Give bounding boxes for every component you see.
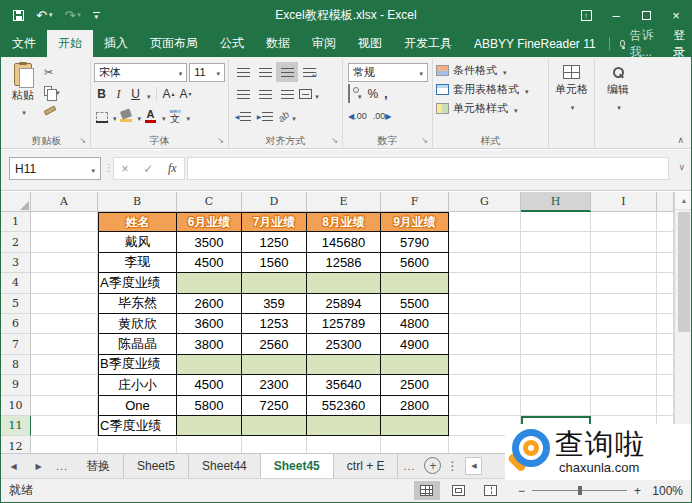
redo-button[interactable]: ↷▾ <box>64 8 80 23</box>
cell-C4[interactable] <box>177 273 242 293</box>
cell-A10[interactable] <box>31 396 98 416</box>
cell-E1[interactable]: 8月业绩 <box>307 212 381 232</box>
cell-F1[interactable]: 9月业绩 <box>381 212 449 232</box>
row-header-7[interactable]: 7 <box>1 334 31 354</box>
cell-B10[interactable]: One <box>98 396 177 416</box>
cell-E4[interactable] <box>307 273 381 293</box>
expand-formula-bar-button[interactable]: ∨ <box>678 162 685 172</box>
cell-I5[interactable] <box>591 294 657 314</box>
align-middle-button[interactable] <box>254 62 276 82</box>
accounting-format-button[interactable] <box>348 85 350 103</box>
grow-font-button[interactable]: A▲ <box>162 85 177 103</box>
font-size-combo[interactable]: 11 <box>189 63 225 82</box>
align-center-button[interactable] <box>254 84 276 104</box>
sheet-more-button[interactable]: ⋮ <box>445 454 459 478</box>
row-header-10[interactable]: 10 <box>1 396 31 416</box>
cell-E3[interactable]: 12586 <box>307 253 381 273</box>
cell-G8[interactable] <box>449 355 521 375</box>
cell-E9[interactable]: 35640 <box>307 375 381 395</box>
align-bottom-button[interactable] <box>276 62 298 82</box>
cell-partial9[interactable] <box>657 375 674 395</box>
column-header-partial[interactable] <box>657 192 674 212</box>
cell-E7[interactable]: 25300 <box>307 334 381 354</box>
sheet-tab-sheet45[interactable]: Sheet45 <box>261 454 334 478</box>
cell-E10[interactable]: 552360 <box>307 396 381 416</box>
cell-B12[interactable] <box>98 436 177 453</box>
cell-B2[interactable]: 戴风 <box>98 232 177 252</box>
column-header-E[interactable]: E <box>307 192 381 212</box>
cell-D12[interactable] <box>242 436 307 453</box>
sheet-tab-sheet5[interactable]: Sheet5 <box>124 454 189 478</box>
tab-view[interactable]: 视图 <box>347 30 393 57</box>
cell-B6[interactable]: 黄欣欣 <box>98 314 177 334</box>
cell-H10[interactable] <box>521 396 591 416</box>
cell-D3[interactable]: 1560 <box>242 253 307 273</box>
cell-H3[interactable] <box>521 253 591 273</box>
font-name-combo[interactable]: 宋体 <box>94 63 187 82</box>
cut-button[interactable]: ✂ <box>44 64 60 80</box>
view-page-break-button[interactable] <box>478 481 504 500</box>
insert-function-button[interactable]: fx <box>168 161 177 176</box>
shrink-font-button[interactable]: A▼ <box>179 85 194 103</box>
cell-A2[interactable] <box>31 232 98 252</box>
cell-D7[interactable]: 2560 <box>242 334 307 354</box>
borders-button[interactable] <box>94 107 109 125</box>
minimize-button[interactable]: – <box>601 0 631 30</box>
column-header-H[interactable]: H <box>521 192 591 212</box>
cell-F2[interactable]: 5790 <box>381 232 449 252</box>
tab-formulas[interactable]: 公式 <box>209 30 255 57</box>
cell-F8[interactable] <box>381 355 449 375</box>
bold-button[interactable]: B <box>94 85 109 103</box>
column-header-F[interactable]: F <box>381 192 449 212</box>
cell-H4[interactable] <box>521 273 591 293</box>
cancel-button[interactable]: × <box>121 162 128 176</box>
cell-D9[interactable]: 2300 <box>242 375 307 395</box>
cell-H5[interactable] <box>521 294 591 314</box>
cell-F9[interactable]: 2500 <box>381 375 449 395</box>
cell-C7[interactable]: 3800 <box>177 334 242 354</box>
underline-button[interactable]: U <box>128 85 143 103</box>
cell-A9[interactable] <box>31 375 98 395</box>
cell-C9[interactable]: 4500 <box>177 375 242 395</box>
cell-F11[interactable] <box>381 416 449 436</box>
cell-C11[interactable] <box>177 416 242 436</box>
cell-A11[interactable] <box>31 416 98 436</box>
cell-B9[interactable]: 庄小小 <box>98 375 177 395</box>
cell-H9[interactable] <box>521 375 591 395</box>
sheet-tab-ctrl-e[interactable]: ctrl + E <box>334 454 399 478</box>
cells-button[interactable]: 单元格 <box>555 61 588 112</box>
column-header-I[interactable]: I <box>591 192 657 212</box>
cell-styles-button[interactable]: 单元格样式 <box>436 99 545 118</box>
row-header-4[interactable]: 4 <box>1 273 31 293</box>
increase-decimal-button[interactable]: ◀.00 <box>348 111 367 121</box>
tab-developer[interactable]: 开发工具 <box>393 30 463 57</box>
cell-B7[interactable]: 陈晶晶 <box>98 334 177 354</box>
conditional-formatting-button[interactable]: 条件格式 <box>436 61 545 80</box>
view-normal-button[interactable] <box>414 481 440 500</box>
cell-partial10[interactable] <box>657 396 674 416</box>
row-header-1[interactable]: 1 <box>1 212 31 232</box>
number-dialog-launcher[interactable]: ↘ <box>421 137 428 145</box>
close-button[interactable]: × <box>661 0 691 30</box>
tab-abbyy-finereader[interactable]: ABBYY FineReader 11 <box>463 30 607 57</box>
cell-I9[interactable] <box>591 375 657 395</box>
tab-review[interactable]: 审阅 <box>301 30 347 57</box>
vertical-scroll-thumb[interactable] <box>678 212 690 332</box>
format-as-table-button[interactable]: 套用表格格式 <box>436 80 545 99</box>
cell-H8[interactable] <box>521 355 591 375</box>
cell-B3[interactable]: 李现 <box>98 253 177 273</box>
cell-C2[interactable]: 3500 <box>177 232 242 252</box>
cell-I8[interactable] <box>591 355 657 375</box>
view-page-layout-button[interactable] <box>446 481 472 500</box>
cell-A3[interactable] <box>31 253 98 273</box>
cell-A6[interactable] <box>31 314 98 334</box>
cell-I3[interactable] <box>591 253 657 273</box>
cell-D8[interactable] <box>242 355 307 375</box>
cell-B1[interactable]: 姓名 <box>98 212 177 232</box>
maximize-button[interactable] <box>631 0 661 30</box>
cell-F7[interactable]: 4900 <box>381 334 449 354</box>
column-header-G[interactable]: G <box>449 192 521 212</box>
cell-B4[interactable]: A季度业绩 <box>98 273 177 293</box>
cell-G4[interactable] <box>449 273 521 293</box>
cell-E11[interactable] <box>307 416 381 436</box>
